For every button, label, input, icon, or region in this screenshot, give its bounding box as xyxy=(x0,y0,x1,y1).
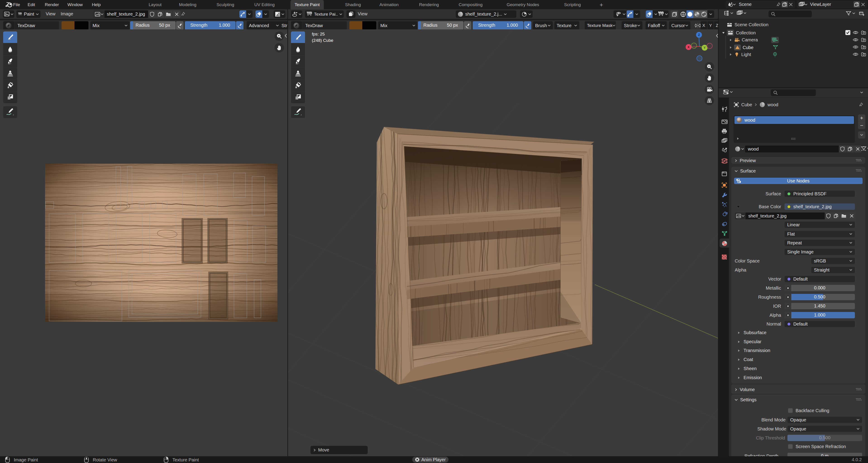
svg-text:Z: Z xyxy=(698,33,700,37)
svg-text:X: X xyxy=(687,45,690,49)
svg-text:Y: Y xyxy=(704,46,706,49)
